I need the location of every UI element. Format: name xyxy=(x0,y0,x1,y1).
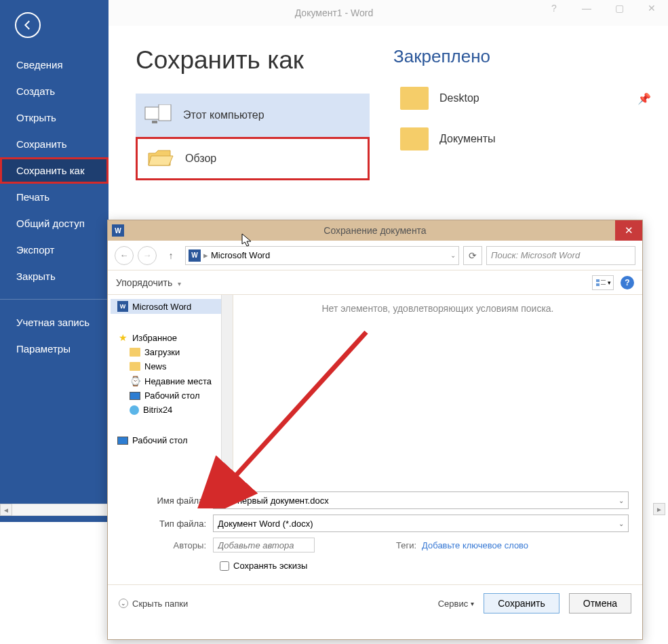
nav-share[interactable]: Общий доступ xyxy=(0,210,109,237)
pinned-label: Документы xyxy=(439,133,495,145)
tags-input[interactable]: Добавьте ключевое слово xyxy=(422,540,528,550)
pinned-item-desktop[interactable]: Desktop 📌 xyxy=(393,78,665,119)
nav-options[interactable]: Параметры xyxy=(0,336,109,362)
folder-icon xyxy=(400,87,429,110)
word-icon: W xyxy=(117,301,128,312)
chevron-down-icon[interactable]: ⌄ xyxy=(450,251,456,259)
tree-news[interactable]: News xyxy=(111,359,230,374)
dialog-title: Сохранение документа xyxy=(323,225,426,236)
nav-new[interactable]: Создать xyxy=(0,78,109,104)
scroll-left-button[interactable]: ◄ xyxy=(0,504,12,516)
tags-label: Теги: xyxy=(396,540,416,550)
caret-icon: ⌄ xyxy=(119,599,128,608)
location-this-pc[interactable]: Этот компьютер xyxy=(136,94,370,137)
empty-message: Нет элементов, удовлетворяющих условиям … xyxy=(321,303,553,314)
close-icon[interactable]: ✕ xyxy=(635,0,668,16)
breadcrumb-bar[interactable]: W ▸ Microsoft Word ⌄ xyxy=(185,246,459,265)
location-label: Этот компьютер xyxy=(183,109,264,121)
nav-info[interactable]: Сведения xyxy=(0,52,109,78)
location-label: Обзор xyxy=(185,153,216,165)
filetype-label: Тип файла: xyxy=(121,519,213,529)
pin-icon[interactable]: 📌 xyxy=(637,92,651,105)
filetype-select[interactable]: Документ Word (*.docx)⌄ xyxy=(213,515,629,532)
folder-icon xyxy=(130,348,140,357)
save-thumbnail-label: Сохранять эскизы xyxy=(233,561,307,571)
svg-rect-1 xyxy=(152,121,157,123)
dialog-footer: ⌄ Скрыть папки Сервис▾ Сохранить Отмена xyxy=(108,584,642,622)
desktop-icon xyxy=(130,392,140,400)
dialog-close-button[interactable]: ✕ xyxy=(615,220,642,241)
save-thumbnail-checkbox[interactable] xyxy=(220,561,229,571)
pinned-section: Закреплено Desktop 📌 Документы xyxy=(393,46,665,159)
save-button[interactable]: Сохранить xyxy=(484,593,559,613)
svg-rect-5 xyxy=(601,280,606,281)
word-icon: W xyxy=(112,224,124,237)
breadcrumb-separator: ▸ xyxy=(203,250,208,260)
tree-favorites[interactable]: ★Избранное xyxy=(111,330,230,345)
pinned-item-documents[interactable]: Документы xyxy=(393,119,665,159)
nav-export[interactable]: Экспорт xyxy=(0,237,109,263)
dialog-titlebar: W Сохранение документа ✕ xyxy=(108,220,642,241)
filename-label: Имя файла: xyxy=(121,496,213,506)
help-button[interactable]: ? xyxy=(621,276,634,289)
nav-account[interactable]: Учетная запись xyxy=(0,309,109,336)
minimize-icon[interactable]: — xyxy=(570,0,603,16)
window-title: Документ1 - Word xyxy=(295,7,374,18)
svg-rect-4 xyxy=(596,283,600,286)
hide-folders-toggle[interactable]: ⌄ Скрыть папки xyxy=(119,599,188,609)
svg-rect-3 xyxy=(596,279,600,282)
location-list: Этот компьютер Обзор xyxy=(136,94,370,180)
dialog-toolbar: Упорядочить ▾ ▾ ? xyxy=(108,270,642,295)
filename-input[interactable]: Мой первый документ.docx⌄ xyxy=(213,491,629,509)
backstage-sidebar: Сведения Создать Открыть Сохранить Сохра… xyxy=(0,0,109,522)
pinned-title: Закреплено xyxy=(393,46,665,67)
chevron-down-icon[interactable]: ⌄ xyxy=(618,497,624,504)
nav-close[interactable]: Закрыть xyxy=(0,263,109,289)
pinned-label: Desktop xyxy=(439,92,479,104)
save-dialog: W Сохранение документа ✕ ← → ↑ W ▸ Micro… xyxy=(107,220,643,640)
chevron-down-icon[interactable]: ⌄ xyxy=(618,520,624,527)
view-options-button[interactable]: ▾ xyxy=(592,275,614,290)
svg-rect-2 xyxy=(159,104,171,121)
organize-menu[interactable]: Упорядочить ▾ xyxy=(116,277,181,288)
nav-back-button[interactable]: ← xyxy=(115,246,134,265)
computer-icon xyxy=(144,103,172,127)
bitrix-icon xyxy=(130,405,139,415)
word-icon: W xyxy=(189,249,201,262)
service-menu[interactable]: Сервис▾ xyxy=(438,599,475,609)
search-input[interactable]: Поиск: Microsoft Word xyxy=(486,246,635,265)
tree-recent[interactable]: ⌚Недавние места xyxy=(111,374,230,388)
nav-forward-button[interactable]: → xyxy=(138,246,157,265)
scroll-right-button[interactable]: ► xyxy=(653,503,665,515)
dialog-form: Имя файла: Мой первый документ.docx⌄ Тип… xyxy=(108,485,642,571)
nav-save[interactable]: Сохранить xyxy=(0,131,109,157)
nav-up-button[interactable]: ↑ xyxy=(163,248,178,263)
cancel-button[interactable]: Отмена xyxy=(569,593,631,613)
breadcrumb-item[interactable]: Microsoft Word xyxy=(211,250,270,260)
location-browse[interactable]: Обзор xyxy=(136,137,370,180)
tree-desktop2[interactable]: Рабочий стол xyxy=(111,433,230,447)
tree-desktop[interactable]: Рабочий стол xyxy=(111,388,230,403)
recent-icon: ⌚ xyxy=(130,376,140,386)
folder-open-icon xyxy=(146,146,174,171)
authors-input[interactable] xyxy=(213,538,315,552)
folder-icon xyxy=(400,127,429,150)
help-icon[interactable]: ? xyxy=(538,0,570,16)
tree-bitrix[interactable]: Bitrix24 xyxy=(111,403,230,417)
nav-print[interactable]: Печать xyxy=(0,184,109,210)
nav-save-as[interactable]: Сохранить как xyxy=(0,157,109,184)
nav-open[interactable]: Открыть xyxy=(0,104,109,131)
folder-icon xyxy=(130,362,140,371)
refresh-button[interactable]: ⟳ xyxy=(463,246,482,265)
star-icon: ★ xyxy=(117,332,128,343)
tree-downloads[interactable]: Загрузки xyxy=(111,345,230,359)
authors-label: Авторы: xyxy=(121,540,213,550)
dialog-navbar: ← → ↑ W ▸ Microsoft Word ⌄ ⟳ Поиск: Micr… xyxy=(108,241,642,270)
folder-tree[interactable]: WMicrosoft Word ★Избранное Загрузки News… xyxy=(108,295,233,485)
svg-rect-6 xyxy=(601,284,606,285)
maximize-icon[interactable]: ▢ xyxy=(603,0,635,16)
desktop-icon xyxy=(117,437,128,445)
tree-root[interactable]: WMicrosoft Word xyxy=(111,299,230,314)
back-button[interactable] xyxy=(15,12,41,38)
file-list-area: Нет элементов, удовлетворяющих условиям … xyxy=(233,295,642,485)
